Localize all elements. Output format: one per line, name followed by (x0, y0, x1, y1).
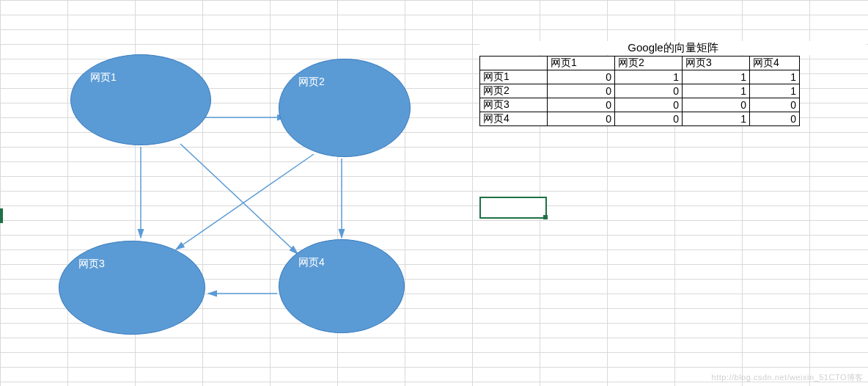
node-page2: 网页2 (279, 59, 411, 157)
row-header: 网页2 (480, 84, 548, 98)
cell: 0 (615, 84, 683, 98)
cell: 0 (548, 84, 615, 98)
cell: 1 (750, 84, 800, 98)
header-empty (480, 57, 548, 70)
col-header: 网页3 (683, 57, 750, 70)
row-header: 网页4 (480, 112, 548, 126)
row-header: 网页3 (480, 98, 548, 112)
cell: 0 (683, 98, 750, 112)
table-header-row: 网页1 网页2 网页3 网页4 (480, 57, 800, 70)
selected-cell[interactable] (479, 197, 547, 219)
cell: 0 (548, 70, 615, 84)
matrix-title: Google的向量矩阵 (479, 41, 867, 55)
cell: 1 (683, 84, 750, 98)
col-header: 网页2 (615, 57, 683, 70)
col-header: 网页1 (548, 57, 615, 70)
adjacency-matrix-table: 网页1 网页2 网页3 网页4 网页1 0 1 1 1 网页2 0 0 1 1 … (479, 56, 800, 126)
node-label: 网页4 (298, 256, 325, 269)
cell: 0 (548, 112, 615, 126)
cell: 1 (683, 70, 750, 84)
node-page3: 网页3 (59, 241, 205, 335)
cell: 1 (615, 70, 683, 84)
table-row: 网页2 0 0 1 1 (480, 84, 800, 98)
table-row: 网页4 0 0 1 0 (480, 112, 800, 126)
node-label: 网页1 (90, 71, 117, 84)
row-selection-edge (0, 208, 3, 223)
node-page1: 网页1 (70, 54, 211, 145)
watermark-text: http://blog.csdn.net/weixin_51CTO博客 (712, 372, 864, 383)
cell: 1 (683, 112, 750, 126)
cell: 0 (750, 112, 800, 126)
node-label: 网页2 (298, 76, 325, 89)
table-row: 网页1 0 1 1 1 (480, 70, 800, 84)
cell: 1 (750, 70, 800, 84)
cell: 0 (750, 98, 800, 112)
node-page4: 网页4 (279, 239, 405, 333)
cell: 0 (548, 98, 615, 112)
row-header: 网页1 (480, 70, 548, 84)
cell: 0 (615, 98, 683, 112)
table-row: 网页3 0 0 0 0 (480, 98, 800, 112)
node-label: 网页3 (78, 258, 105, 271)
col-header: 网页4 (750, 57, 800, 70)
cell: 0 (615, 112, 683, 126)
